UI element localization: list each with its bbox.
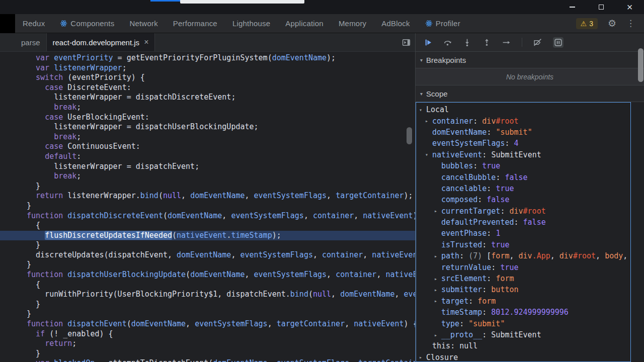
code-line[interactable]: function dispatchEvent(domEventName, eve… bbox=[0, 319, 415, 329]
scope-row-container[interactable]: ▸container: div#root bbox=[416, 115, 630, 126]
code-line[interactable]: return listenerWrapper.bind(null, domEve… bbox=[0, 191, 415, 201]
chevron-right-icon[interactable]: ▸ bbox=[434, 276, 441, 282]
scope-row-composed[interactable]: composed: false bbox=[416, 194, 630, 205]
tab-profiler[interactable]: Profiler bbox=[418, 14, 468, 33]
more-options-kebab-icon[interactable]: ⋮ bbox=[626, 18, 635, 29]
chevron-right-icon[interactable]: ▸ bbox=[419, 354, 426, 360]
code-line[interactable]: function dispatchUserBlockingUpdate(domE… bbox=[0, 270, 415, 280]
editor-scrollbar-thumb[interactable] bbox=[407, 127, 412, 144]
issues-warning-badge[interactable]: ⚠ 3 bbox=[576, 18, 598, 29]
step-out-icon[interactable] bbox=[482, 38, 491, 47]
tab-network[interactable]: Network bbox=[122, 14, 165, 33]
step-into-icon[interactable] bbox=[463, 38, 471, 47]
scope-tree[interactable]: ▾Local▸container: div#rootdomEventName: … bbox=[416, 102, 631, 362]
code-line[interactable]: } bbox=[0, 309, 415, 319]
tab-adblock[interactable]: AdBlock bbox=[374, 14, 417, 33]
chevron-right-icon[interactable]: ▸ bbox=[434, 298, 441, 304]
scope-row-eventSystemFlags[interactable]: eventSystemFlags: 4 bbox=[416, 138, 630, 149]
code-line[interactable]: { bbox=[0, 280, 415, 290]
code-line[interactable]: listenerWrapper = dispatchEvent; bbox=[0, 162, 415, 172]
scope-row-Local[interactable]: ▾Local bbox=[416, 104, 630, 115]
scope-row-bubbles[interactable]: bubbles: true bbox=[416, 160, 630, 171]
code-line[interactable]: } bbox=[0, 182, 415, 192]
tab-components[interactable]: Components bbox=[52, 14, 122, 33]
deactivate-breakpoints-icon[interactable] bbox=[533, 38, 542, 47]
scope-row-srcElement[interactable]: ▸srcElement: form bbox=[416, 273, 630, 284]
code-line[interactable]: } bbox=[0, 201, 415, 211]
settings-gear-icon[interactable]: ⚙ bbox=[608, 18, 616, 29]
step-over-icon[interactable] bbox=[443, 38, 452, 47]
code-line[interactable]: { bbox=[0, 221, 415, 231]
code-line[interactable]: } bbox=[0, 300, 415, 310]
scope-row-type[interactable]: type: "submit" bbox=[416, 318, 630, 329]
file-tab-parse[interactable]: parse bbox=[15, 33, 47, 51]
minimize-button[interactable] bbox=[558, 0, 587, 14]
resume-icon[interactable] bbox=[424, 38, 432, 47]
chevron-right-icon[interactable]: ▸ bbox=[434, 253, 441, 259]
scope-row-returnValue[interactable]: returnValue: true bbox=[416, 261, 630, 273]
scope-row-isTrusted[interactable]: isTrusted: true bbox=[416, 239, 630, 250]
code-line[interactable]: listenerWrapper = dispatchUserBlockingUp… bbox=[0, 122, 415, 132]
code-line[interactable]: default: bbox=[0, 152, 415, 162]
scope-row-cancelable[interactable]: cancelable: true bbox=[416, 183, 630, 194]
code-line[interactable]: break; bbox=[0, 103, 415, 113]
scope-var-name: eventSystemFlags bbox=[432, 139, 505, 148]
close-button[interactable]: × bbox=[615, 0, 644, 14]
code-line[interactable]: switch (eventPriority) { bbox=[0, 73, 415, 83]
tab-performance[interactable]: Performance bbox=[166, 14, 225, 33]
code-line[interactable]: if (! _enabled) { bbox=[0, 329, 415, 339]
scope-row-this[interactable]: this: null bbox=[416, 340, 630, 351]
scope-row-domEventName[interactable]: domEventName: "submit" bbox=[416, 127, 630, 138]
code-line[interactable]: var listenerWrapper; bbox=[0, 63, 415, 73]
code-line[interactable]: break; bbox=[0, 132, 415, 142]
show-sidebar-icon[interactable] bbox=[402, 38, 411, 47]
maximize-button[interactable] bbox=[587, 0, 615, 14]
code-line[interactable]: } bbox=[0, 349, 415, 359]
breakpoints-section-header[interactable]: ▾ Breakpoints bbox=[416, 52, 644, 68]
scope-row-currentTarget[interactable]: ▸currentTarget: div#root bbox=[416, 206, 630, 217]
scope-row-nativeEvent[interactable]: ▾nativeEvent: SubmitEvent bbox=[416, 149, 630, 160]
code-line[interactable]: break; bbox=[0, 171, 415, 182]
code-line[interactable]: } bbox=[0, 240, 415, 250]
editor-scrollbar[interactable] bbox=[407, 52, 412, 362]
code-line[interactable]: var blockedOn = attemptToDispatchEvent(d… bbox=[0, 358, 415, 362]
code-editor[interactable]: var eventPriority = getEventPriorityForP… bbox=[0, 52, 415, 362]
code-line[interactable]: discreteUpdates(dispatchEvent, domEventN… bbox=[0, 250, 415, 260]
scope-row-timeStamp[interactable]: timeStamp: 8012.924999999996 bbox=[416, 307, 630, 318]
pause-on-exceptions-icon[interactable] bbox=[553, 37, 564, 48]
code-line[interactable]: } bbox=[0, 260, 415, 270]
code-line[interactable]: runWithPriority(UserBlockingPriority$1, … bbox=[0, 290, 415, 300]
file-tab-react-dom.development.js[interactable]: react-dom.development.js× bbox=[47, 33, 155, 51]
chevron-down-icon[interactable]: ▾ bbox=[419, 107, 426, 113]
scope-row-submitter[interactable]: ▸submitter: button bbox=[416, 284, 630, 295]
code-line[interactable]: listenerWrapper = dispatchDiscreteEvent; bbox=[0, 93, 415, 103]
code-line[interactable]: var eventPriority = getEventPriorityForP… bbox=[0, 53, 415, 63]
scope-section-header[interactable]: ▾ Scope bbox=[416, 85, 644, 102]
step-icon[interactable] bbox=[502, 38, 511, 47]
scope-var-value: , bbox=[550, 251, 559, 260]
chevron-right-icon[interactable]: ▸ bbox=[434, 332, 441, 338]
code-line[interactable]: case ContinuousEvent: bbox=[0, 142, 415, 152]
code-line[interactable]: return; bbox=[0, 339, 415, 349]
scope-row-target[interactable]: ▸target: form bbox=[416, 296, 630, 307]
code-line[interactable]: case DiscreteEvent: bbox=[0, 83, 415, 93]
close-tab-icon[interactable]: × bbox=[144, 38, 148, 47]
tab-redux[interactable]: Redux bbox=[15, 14, 52, 33]
scope-row-path[interactable]: ▸path: (7) [form, div.App, div#root, bod… bbox=[416, 250, 630, 261]
scope-row-eventPhase[interactable]: eventPhase: 1 bbox=[416, 228, 630, 239]
chevron-right-icon[interactable]: ▸ bbox=[434, 208, 441, 214]
chevron-right-icon[interactable]: ▸ bbox=[434, 287, 441, 293]
code-line[interactable]: function dispatchDiscreteEvent(domEventN… bbox=[0, 211, 415, 221]
tab-memory[interactable]: Memory bbox=[331, 14, 374, 33]
scope-row-__proto__[interactable]: ▸__proto__: SubmitEvent bbox=[416, 329, 630, 340]
tab-lighthouse[interactable]: Lighthouse bbox=[225, 14, 278, 33]
chevron-down-icon[interactable]: ▾ bbox=[425, 152, 432, 157]
scope-row-Closure[interactable]: ▸Closure bbox=[416, 352, 630, 362]
scope-row-cancelBubble[interactable]: cancelBubble: false bbox=[416, 171, 630, 183]
sidebar-scrollbar-thumb[interactable] bbox=[638, 48, 643, 82]
execution-line[interactable]: flushDiscreteUpdatesIfNeeded(nativeEvent… bbox=[0, 231, 415, 241]
code-line[interactable]: case UserBlockingEvent: bbox=[0, 113, 415, 123]
chevron-right-icon[interactable]: ▸ bbox=[425, 118, 432, 124]
scope-row-defaultPrevented[interactable]: defaultPrevented: false bbox=[416, 217, 630, 228]
tab-application[interactable]: Application bbox=[278, 14, 331, 33]
